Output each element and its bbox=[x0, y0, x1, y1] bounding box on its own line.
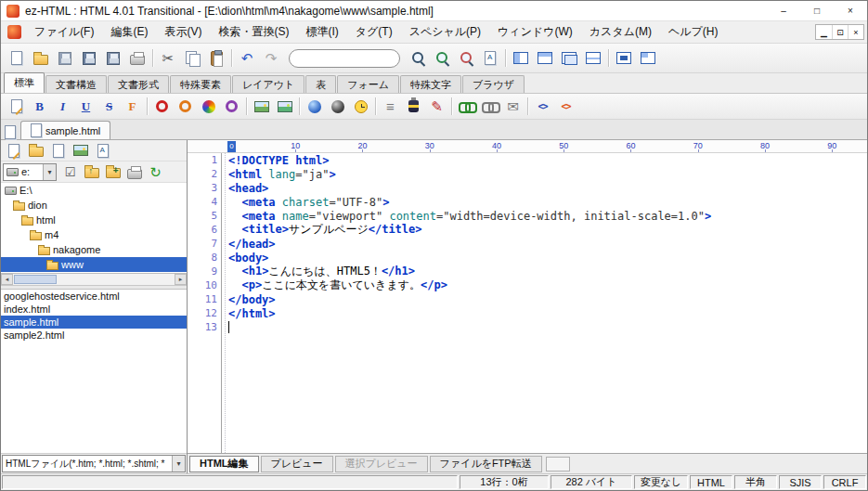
undo-button[interactable]: ↶ bbox=[235, 46, 259, 70]
cut-button[interactable]: ✂ bbox=[156, 46, 180, 70]
doc-tab-sample-html[interactable]: sample.html bbox=[20, 121, 110, 139]
globe-button[interactable] bbox=[303, 96, 326, 117]
folder-up-button[interactable] bbox=[81, 162, 102, 181]
anchor-link-button[interactable] bbox=[478, 96, 501, 117]
red-ring-button[interactable] bbox=[150, 96, 174, 117]
save-as-button[interactable] bbox=[77, 46, 101, 70]
menu-help[interactable]: ヘルプ(H) bbox=[660, 20, 727, 44]
tree-item-dion[interactable]: dion bbox=[1, 198, 187, 213]
image-button[interactable] bbox=[250, 96, 273, 117]
folder-options-button[interactable] bbox=[123, 162, 145, 181]
tag-tab-special-chars[interactable]: 特殊文字 bbox=[400, 75, 461, 93]
applet-button[interactable] bbox=[326, 96, 349, 117]
mdi-minimize-button[interactable]: ▁ bbox=[816, 25, 832, 39]
menu-file[interactable]: ファイル(F) bbox=[26, 20, 102, 44]
menu-view[interactable]: 表示(V) bbox=[156, 20, 210, 44]
tile-vertical-button[interactable] bbox=[509, 46, 533, 70]
tag-tab-standard[interactable]: 標準 bbox=[4, 72, 45, 93]
folder-pane-button[interactable] bbox=[25, 141, 46, 160]
tree-item-www[interactable]: www bbox=[1, 257, 187, 272]
menu-edit[interactable]: 編集(E) bbox=[102, 20, 156, 44]
menu-custom[interactable]: カスタム(M) bbox=[581, 20, 660, 44]
font-button[interactable]: F bbox=[121, 96, 144, 117]
filter-button[interactable]: ☑ bbox=[59, 162, 81, 181]
app-menu-icon[interactable] bbox=[7, 25, 21, 39]
tab-overflow-box[interactable] bbox=[546, 457, 570, 472]
clock-button[interactable] bbox=[349, 96, 372, 117]
highlight-view-button[interactable] bbox=[478, 46, 502, 70]
color-wheel-button[interactable] bbox=[197, 96, 220, 117]
tag-tab-layout[interactable]: レイアウト bbox=[232, 75, 304, 93]
window-switch-button[interactable] bbox=[636, 46, 660, 70]
new-tab-icon[interactable] bbox=[5, 125, 16, 139]
print-button[interactable] bbox=[125, 46, 149, 70]
tag-tab-doc-structure[interactable]: 文書構造 bbox=[45, 75, 107, 93]
new-folder-button[interactable] bbox=[102, 162, 123, 181]
filter-dropdown-arrow[interactable]: ▾ bbox=[172, 456, 185, 472]
split-view-button[interactable] bbox=[581, 46, 605, 70]
mail-link-button[interactable]: ✉ bbox=[501, 96, 525, 117]
tag-tab-form[interactable]: フォーム bbox=[337, 75, 399, 93]
view-tab-selection-preview[interactable]: 選択プレビュー bbox=[335, 456, 428, 472]
menu-search-replace[interactable]: 検索・置換(S) bbox=[210, 20, 297, 44]
hr-button[interactable]: ≡ bbox=[379, 96, 402, 117]
drive-selector[interactable]: e: ▾ bbox=[3, 163, 57, 181]
orange-ring-button[interactable] bbox=[174, 96, 197, 117]
tree-item-drive-e[interactable]: E:\ bbox=[1, 183, 187, 198]
tree-item-html[interactable]: html bbox=[1, 213, 187, 227]
scrollbar-thumb[interactable] bbox=[14, 275, 57, 284]
search-button[interactable] bbox=[406, 46, 430, 70]
copy-button[interactable] bbox=[180, 46, 204, 70]
view-tab-ftp-transfer[interactable]: ファイルをFTP転送 bbox=[430, 456, 542, 472]
paste-button[interactable] bbox=[204, 46, 228, 70]
script-button[interactable]: <> bbox=[531, 96, 554, 117]
refresh-button[interactable]: ↻ bbox=[145, 162, 166, 181]
save-all-button[interactable] bbox=[101, 46, 125, 70]
file-item-googlehostedservice.html[interactable]: googlehostedservice.html bbox=[1, 290, 187, 303]
bgcolor-button[interactable] bbox=[402, 96, 425, 117]
window-arrange-button[interactable] bbox=[612, 46, 636, 70]
tag-tab-doc-format[interactable]: 文書形式 bbox=[108, 75, 169, 93]
code-editor[interactable]: 1020304050607080900 1<!DOCTYPE html>2<ht… bbox=[188, 140, 867, 453]
file-filter-select[interactable]: HTMLファイル(*.htm; *.html; *.shtml; * ▾ bbox=[2, 455, 186, 472]
underline-button[interactable]: U bbox=[74, 96, 97, 117]
redo-button[interactable]: ↷ bbox=[259, 46, 283, 70]
bold-button[interactable]: B bbox=[28, 96, 51, 117]
search-input[interactable] bbox=[289, 49, 400, 68]
file-pane-button[interactable] bbox=[47, 141, 69, 160]
scroll-left-arrow-icon[interactable]: ◂ bbox=[1, 274, 13, 285]
file-item-sample.html[interactable]: sample.html bbox=[1, 316, 187, 329]
strike-button[interactable]: S bbox=[97, 96, 121, 117]
save-button[interactable] bbox=[53, 46, 77, 70]
new-file-button[interactable] bbox=[5, 46, 29, 70]
minimize-button[interactable]: – bbox=[767, 1, 800, 20]
menu-special[interactable]: スペシャル(P) bbox=[401, 20, 489, 44]
cascade-button[interactable] bbox=[557, 46, 581, 70]
tag-tab-browser[interactable]: ブラウザ bbox=[462, 75, 525, 93]
drive-dropdown-arrow[interactable]: ▾ bbox=[43, 164, 56, 180]
file-item-index.html[interactable]: index.html bbox=[1, 303, 187, 316]
image-preview-button[interactable] bbox=[70, 141, 91, 160]
link-button[interactable] bbox=[455, 96, 478, 117]
tag-tab-special-elements[interactable]: 特殊要素 bbox=[170, 75, 231, 93]
open-folder-button[interactable] bbox=[29, 46, 53, 70]
new-page-button[interactable] bbox=[92, 141, 113, 160]
tile-horizontal-button[interactable] bbox=[533, 46, 557, 70]
tree-item-m4[interactable]: m4 bbox=[1, 227, 187, 242]
marker-button[interactable]: ✎ bbox=[425, 96, 448, 117]
close-button[interactable]: × bbox=[834, 1, 867, 20]
tree-horizontal-scrollbar[interactable]: ◂ ▸ bbox=[1, 274, 187, 286]
italic-button[interactable]: I bbox=[51, 96, 74, 117]
mdi-close-button[interactable]: × bbox=[848, 25, 863, 39]
mdi-restore-button[interactable]: ⊡ bbox=[832, 25, 848, 39]
purple-ring-button[interactable] bbox=[220, 96, 243, 117]
tree-item-nakagome[interactable]: nakagome bbox=[1, 242, 187, 257]
scroll-right-arrow-icon[interactable]: ▸ bbox=[175, 274, 187, 285]
search-next-button[interactable] bbox=[430, 46, 454, 70]
maximize-button[interactable]: □ bbox=[800, 1, 834, 20]
menu-tag[interactable]: タグ(T) bbox=[347, 20, 401, 44]
view-tab-html-edit[interactable]: HTML編集 bbox=[189, 456, 259, 472]
code-area[interactable]: 1<!DOCTYPE html>2<html lang="ja">3<head>… bbox=[188, 153, 867, 453]
tag-tab-table[interactable]: 表 bbox=[305, 75, 336, 93]
search-prev-button[interactable] bbox=[454, 46, 478, 70]
